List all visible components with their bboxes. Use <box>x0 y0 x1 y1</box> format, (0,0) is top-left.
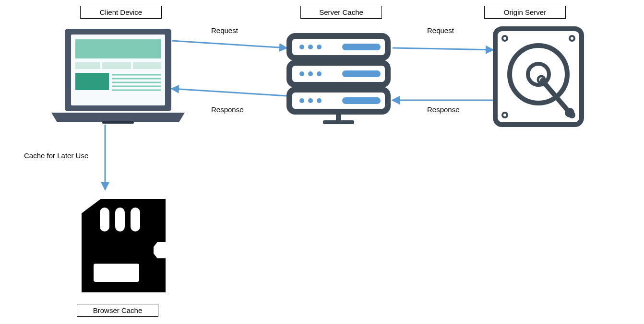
svg-rect-2 <box>71 35 165 105</box>
label-server-cache: Server Cache <box>300 6 382 19</box>
svg-point-24 <box>299 98 304 103</box>
label-origin-server: Origin Server <box>484 6 566 19</box>
arrow-label-response-left: Response <box>211 105 244 114</box>
arrow-label-cache-down: Cache for Later Use <box>24 151 88 160</box>
label-browser-cache: Browser Cache <box>77 304 158 317</box>
svg-point-33 <box>502 113 507 117</box>
svg-point-19 <box>299 71 304 76</box>
sd-card-icon <box>82 199 166 292</box>
arrow-label-request-right: Request <box>427 26 454 35</box>
arrow-request-client-to-cache <box>172 41 286 48</box>
svg-rect-28 <box>336 114 341 120</box>
laptop-icon <box>51 29 185 124</box>
arrow-request-cache-to-origin <box>393 48 493 50</box>
svg-rect-22 <box>342 70 381 77</box>
svg-point-34 <box>570 113 574 117</box>
svg-point-32 <box>570 36 574 41</box>
label-client-device: Client Device <box>80 6 162 19</box>
svg-point-16 <box>317 45 322 49</box>
svg-rect-13 <box>289 36 388 58</box>
svg-rect-40 <box>115 208 125 231</box>
svg-point-31 <box>502 36 507 41</box>
svg-point-20 <box>308 71 313 76</box>
svg-rect-5 <box>102 62 131 69</box>
svg-point-26 <box>317 98 322 103</box>
server-stack-icon <box>289 36 388 124</box>
svg-rect-30 <box>495 29 582 125</box>
svg-rect-29 <box>323 120 354 124</box>
svg-rect-41 <box>131 208 140 231</box>
hard-disk-icon <box>495 29 582 125</box>
svg-point-15 <box>308 45 313 49</box>
svg-point-37 <box>565 108 574 117</box>
svg-rect-1 <box>65 29 171 111</box>
svg-rect-3 <box>75 39 161 58</box>
svg-rect-17 <box>342 44 381 50</box>
svg-point-25 <box>308 98 313 103</box>
svg-point-38 <box>538 76 545 83</box>
svg-rect-6 <box>133 62 161 69</box>
svg-rect-0 <box>102 121 134 124</box>
svg-rect-39 <box>100 208 109 231</box>
arrow-label-request-top: Request <box>211 26 238 35</box>
svg-rect-18 <box>289 63 388 85</box>
svg-rect-7 <box>75 73 109 90</box>
svg-rect-23 <box>289 90 388 112</box>
svg-point-21 <box>317 71 322 76</box>
arrow-label-response-right: Response <box>427 105 460 114</box>
svg-point-35 <box>510 46 567 103</box>
svg-point-14 <box>299 45 304 49</box>
svg-rect-42 <box>94 264 139 282</box>
svg-rect-4 <box>75 62 100 69</box>
svg-rect-27 <box>342 97 381 104</box>
arrow-response-cache-to-client <box>172 89 286 96</box>
svg-point-36 <box>528 64 549 85</box>
